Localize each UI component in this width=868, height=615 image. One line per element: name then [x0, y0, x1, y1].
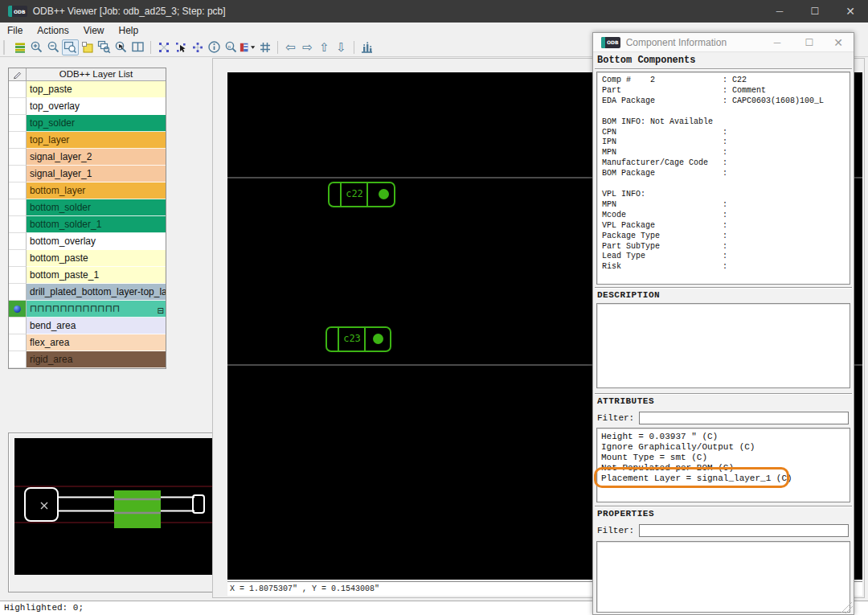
dialog-maximize-button[interactable]: ☐	[797, 33, 821, 52]
layer-name[interactable]: rigid_area	[27, 351, 166, 368]
layer-name[interactable]: bottom_paste	[27, 250, 166, 267]
properties-label: PROPERTIES	[597, 509, 654, 519]
layer-row[interactable]: signal_layer_2	[9, 149, 166, 166]
menu-help[interactable]: Help	[112, 24, 146, 37]
zoom-window-icon[interactable]	[62, 39, 79, 55]
align-points-icon[interactable]	[189, 39, 206, 55]
maximize-button[interactable]: ☐	[797, 0, 833, 23]
layer-toggle-cell[interactable]	[9, 318, 27, 334]
layer-name[interactable]: top_layer	[27, 132, 166, 149]
layer-toggle-cell[interactable]	[9, 149, 27, 166]
active-layer-indicator[interactable]	[9, 301, 27, 318]
zoom-select-icon[interactable]	[113, 39, 129, 55]
attributes-list: Height = 0.03937 " (C)Ignore Graphically…	[596, 428, 850, 502]
menu-view[interactable]: View	[76, 24, 112, 37]
layer-toggle-cell[interactable]	[9, 216, 27, 233]
attributes-filter-input[interactable]	[639, 412, 849, 424]
layer-toggle-cell[interactable]	[9, 284, 27, 301]
layer-list-icon[interactable]	[11, 39, 28, 55]
toolbar-grip[interactable]	[3, 40, 6, 55]
layer-row[interactable]: top_overlay	[9, 98, 166, 115]
info-icon[interactable]	[206, 39, 223, 55]
pen-icon[interactable]	[9, 68, 27, 80]
layer-name[interactable]: bottom_layer	[27, 182, 166, 199]
nav-down-icon[interactable]: ⇩	[333, 39, 350, 55]
layer-name[interactable]: signal_layer_1	[27, 166, 166, 182]
select-pointer-icon[interactable]	[172, 39, 189, 55]
layer-toggle-cell[interactable]	[9, 98, 27, 115]
layer-toggle-cell[interactable]	[9, 81, 27, 98]
minimize-button[interactable]: ─	[762, 0, 797, 23]
layer-row[interactable]: bend_area	[9, 318, 166, 334]
component-c22[interactable]: c22	[328, 182, 395, 207]
layer-row[interactable]: top_solder	[9, 115, 166, 132]
board-preview-panel[interactable]	[8, 433, 219, 592]
layer-name[interactable]: top_paste	[27, 81, 166, 98]
grid-icon[interactable]	[256, 39, 273, 55]
split-view-icon[interactable]	[129, 39, 146, 55]
histogram-icon[interactable]	[358, 39, 375, 55]
layer-name[interactable]: top_overlay	[27, 98, 166, 115]
layer-row[interactable]: top_paste	[9, 81, 166, 98]
layer-row[interactable]: rigid_area	[9, 351, 166, 368]
layer-toggle-cell[interactable]	[9, 267, 27, 284]
dialog-resize-grip[interactable]	[841, 602, 853, 613]
dialog-close-button[interactable]: ✕	[826, 33, 850, 52]
layer-row[interactable]: bottom_solder	[9, 199, 166, 216]
close-button[interactable]: ✕	[833, 0, 868, 23]
layer-name[interactable]: bend_area	[27, 318, 166, 334]
layer-toggle-cell[interactable]	[9, 132, 27, 149]
properties-filter-input[interactable]	[639, 524, 849, 537]
attribute-item[interactable]: Placement Layer = signal_layer_1 (C)	[597, 474, 850, 484]
layer-name[interactable]: signal_layer_2	[27, 149, 166, 166]
layer-toggle-cell[interactable]	[9, 115, 27, 132]
layer-toggle-cell[interactable]	[9, 182, 27, 199]
layer-toggle-cell[interactable]	[9, 199, 27, 216]
layer-name[interactable]: bottom_solder_1	[27, 216, 166, 233]
layer-name[interactable]: top_solder	[27, 115, 166, 132]
layer-toggle-cell[interactable]	[9, 334, 27, 351]
board-preview-thumbnail[interactable]	[14, 438, 212, 575]
layer-name[interactable]: flex_area	[27, 334, 166, 351]
layer-row[interactable]: signal_layer_1	[9, 166, 166, 182]
layer-name[interactable]: ⊓⊓⊓⊓⊓⊓⊓⊓⊓⊓⊓⊓⊟	[27, 301, 166, 318]
pan-window-icon[interactable]	[96, 39, 113, 55]
layer-row[interactable]: bottom_solder_1	[9, 216, 166, 233]
nav-right-icon[interactable]: ⇨	[299, 39, 316, 55]
zoom-out-icon[interactable]	[45, 39, 62, 55]
nav-up-icon[interactable]: ⇧	[316, 39, 333, 55]
zoom-in-icon[interactable]	[28, 39, 45, 55]
layer-name[interactable]: drill_plated_bottom_layer-top_layer	[27, 284, 166, 301]
nav-left-icon[interactable]: ⇦	[282, 39, 299, 55]
dialog-title-bar[interactable]: ODB Component Information ─ ☐ ✕	[593, 33, 854, 52]
attribute-item[interactable]: Height = 0.03937 " (C)	[597, 428, 850, 442]
layer-row[interactable]: bottom_overlay	[9, 233, 166, 250]
layer-row[interactable]: bottom_paste_1	[9, 267, 166, 284]
find-symbol-icon[interactable]: n	[223, 39, 240, 55]
attribute-item[interactable]: Not Populated per BOM (C)	[597, 463, 850, 474]
layer-toggle-cell[interactable]	[9, 250, 27, 267]
layer-name[interactable]: bottom_solder	[27, 199, 166, 216]
layer-row[interactable]: bottom_paste	[9, 250, 166, 267]
layer-toggle-cell[interactable]	[9, 233, 27, 250]
active-layer-dot	[14, 305, 21, 313]
layer-name[interactable]: bottom_overlay	[27, 233, 166, 250]
component-c23[interactable]: c23	[326, 326, 391, 352]
menu-file[interactable]: File	[0, 24, 30, 37]
separator	[595, 393, 852, 395]
graphic-filter-icon[interactable]	[240, 39, 256, 55]
attribute-item[interactable]: Ignore Graphically/Output (C)	[597, 442, 850, 453]
layer-toggle-cell[interactable]	[9, 351, 27, 368]
menu-actions[interactable]: Actions	[30, 24, 76, 37]
layer-row[interactable]: bottom_layer	[9, 182, 166, 199]
layer-row[interactable]: flex_area	[9, 334, 166, 351]
dialog-minimize-button[interactable]: ─	[765, 33, 789, 52]
layer-row[interactable]: top_layer	[9, 132, 166, 149]
attribute-item[interactable]: Mount Type = smt (C)	[597, 453, 850, 463]
layer-row[interactable]: ⊓⊓⊓⊓⊓⊓⊓⊓⊓⊓⊓⊓⊟	[9, 301, 166, 318]
measure-points-icon[interactable]	[155, 39, 172, 55]
snapshot-icon[interactable]	[79, 39, 96, 55]
layer-row[interactable]: drill_plated_bottom_layer-top_layer	[9, 284, 166, 301]
layer-name[interactable]: bottom_paste_1	[27, 267, 166, 284]
layer-toggle-cell[interactable]	[9, 166, 27, 182]
